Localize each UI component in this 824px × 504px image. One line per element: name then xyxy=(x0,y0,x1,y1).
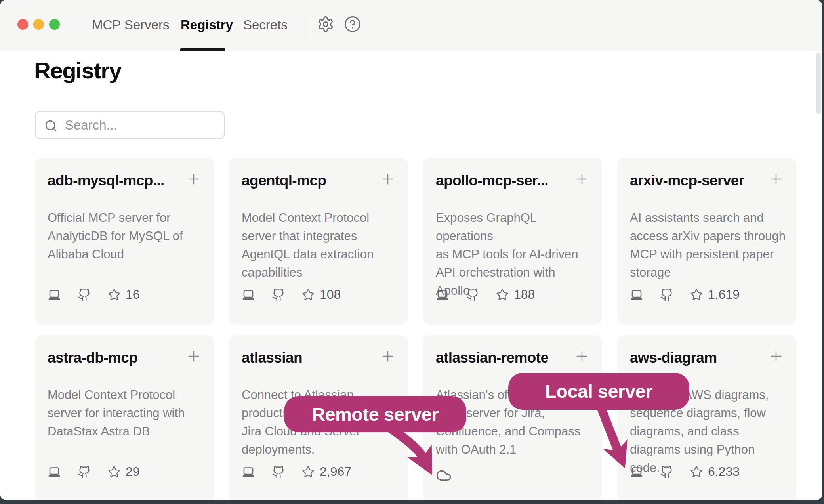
description-line: server that integrates xyxy=(242,227,398,245)
server-meta: 2,967 xyxy=(242,464,351,479)
server-name: apollo-mcp-ser... xyxy=(436,172,566,189)
server-card-arxiv-mcp-server[interactable]: arxiv-mcp-server AI assistants search an… xyxy=(617,158,796,325)
server-description: Official MCP server for AnalyticDB for M… xyxy=(48,209,204,263)
server-name: arxiv-mcp-server xyxy=(630,172,760,189)
plus-icon xyxy=(185,348,202,365)
description-line: AI assistants search and xyxy=(630,209,786,227)
toolbar-divider xyxy=(305,11,305,39)
tab-registry[interactable]: Registry xyxy=(181,17,233,32)
settings-button[interactable] xyxy=(317,15,334,33)
star-count-group: 108 xyxy=(302,287,341,302)
star-count: 6,233 xyxy=(708,464,740,479)
add-server-button[interactable] xyxy=(185,171,202,187)
description-line: diagrams, and class xyxy=(630,422,786,441)
laptop-icon xyxy=(48,288,61,302)
server-card-agentql-mcp[interactable]: agentql-mcp Model Context Protocol serve… xyxy=(229,158,408,325)
maximize-button[interactable] xyxy=(49,19,60,30)
plus-icon xyxy=(574,171,590,187)
description-line: Model Context Protocol xyxy=(48,386,204,404)
description-line: Official MCP server for xyxy=(48,209,204,227)
server-name: aws-diagram xyxy=(630,349,760,366)
laptop-icon xyxy=(242,288,255,302)
star-count-group: 1,619 xyxy=(690,287,740,302)
star-icon xyxy=(690,288,703,301)
laptop-icon xyxy=(48,465,61,479)
star-count: 1,619 xyxy=(708,287,740,302)
plus-icon xyxy=(185,171,202,187)
github-icon[interactable] xyxy=(466,288,479,302)
star-count: 2,967 xyxy=(320,464,351,479)
server-card-adb-mysql-mcp[interactable]: adb-mysql-mcp... Official MCP server for… xyxy=(35,158,214,325)
gear-icon xyxy=(317,15,334,33)
star-count: 16 xyxy=(126,287,140,302)
server-name: atlassian-remote xyxy=(436,349,566,366)
plus-icon xyxy=(574,348,590,365)
description-line: AgentQL data extraction xyxy=(242,245,398,263)
server-name: astra-db-mcp xyxy=(48,349,177,366)
github-icon[interactable] xyxy=(272,465,285,479)
server-grid: adb-mysql-mcp... Official MCP server for… xyxy=(35,158,796,500)
star-count-group: 29 xyxy=(108,464,140,479)
registry-page: Registry adb-mysql-mcp... Official MCP s… xyxy=(0,52,822,500)
server-description: Model Context Protocol server for intera… xyxy=(48,386,204,441)
description-line: DataStax Astra DB xyxy=(48,422,204,441)
titlebar: MCP Servers Registry Secrets xyxy=(0,0,822,51)
github-icon[interactable] xyxy=(272,288,285,302)
description-line: server for interacting with xyxy=(48,404,204,422)
description-line: Exposes GraphQL operations xyxy=(436,209,592,245)
add-server-button[interactable] xyxy=(768,171,784,187)
github-icon[interactable] xyxy=(78,465,91,479)
laptop-icon xyxy=(630,465,643,479)
laptop-icon xyxy=(242,465,255,479)
minimize-button[interactable] xyxy=(33,19,44,30)
search-box[interactable] xyxy=(35,111,225,139)
github-icon[interactable] xyxy=(78,288,91,302)
server-name: agentql-mcp xyxy=(242,172,372,189)
server-meta xyxy=(436,468,452,483)
tab-secrets[interactable]: Secrets xyxy=(243,17,288,32)
description-line: capabilities xyxy=(242,263,398,282)
add-server-button[interactable] xyxy=(574,171,590,187)
add-server-button[interactable] xyxy=(768,348,784,365)
add-server-button[interactable] xyxy=(380,171,396,187)
star-count: 29 xyxy=(126,464,140,479)
description-line: MCP with persistent paper xyxy=(630,245,786,263)
add-server-button[interactable] xyxy=(380,348,396,365)
server-description: AI assistants search and access arXiv pa… xyxy=(630,209,786,282)
plus-icon xyxy=(380,348,396,365)
star-count-group: 2,967 xyxy=(302,464,351,479)
server-card-aws-diagram[interactable]: aws-diagram Generate AWS diagrams, seque… xyxy=(617,335,796,500)
description-line: AnalyticDB for MySQL of xyxy=(48,227,204,245)
star-icon xyxy=(108,288,120,301)
description-line: access arXiv papers through xyxy=(630,227,786,245)
server-description: Exposes GraphQL operations as MCP tools … xyxy=(436,209,592,300)
star-count-group: 6,233 xyxy=(690,464,740,479)
star-count-group: 16 xyxy=(108,287,140,302)
page-title: Registry xyxy=(34,57,121,84)
server-meta: 29 xyxy=(48,464,140,479)
search-input[interactable] xyxy=(65,112,220,138)
scrollbar-thumb[interactable] xyxy=(816,52,821,114)
tab-mcp-servers[interactable]: MCP Servers xyxy=(92,17,170,32)
server-card-apollo-mcp-server[interactable]: apollo-mcp-ser... Exposes GraphQL operat… xyxy=(423,158,602,325)
server-meta: 108 xyxy=(242,287,341,302)
description-line: Model Context Protocol xyxy=(242,209,398,227)
server-meta: 188 xyxy=(436,287,535,302)
add-server-button[interactable] xyxy=(185,348,202,365)
plus-icon xyxy=(768,348,784,365)
star-count: 188 xyxy=(514,287,535,302)
search-icon xyxy=(44,119,57,132)
add-server-button[interactable] xyxy=(574,348,590,365)
star-icon xyxy=(302,288,315,301)
description-line: as MCP tools for AI-driven xyxy=(436,245,592,263)
github-icon[interactable] xyxy=(660,288,673,302)
github-icon[interactable] xyxy=(660,465,673,479)
help-button[interactable] xyxy=(344,15,361,33)
callout-local-server: Local server xyxy=(508,373,689,410)
laptop-icon xyxy=(630,288,643,302)
star-icon xyxy=(690,466,703,478)
help-icon xyxy=(344,15,361,33)
cloud-icon xyxy=(436,468,452,483)
server-card-astra-db-mcp[interactable]: astra-db-mcp Model Context Protocol serv… xyxy=(35,335,214,500)
close-button[interactable] xyxy=(17,19,28,30)
